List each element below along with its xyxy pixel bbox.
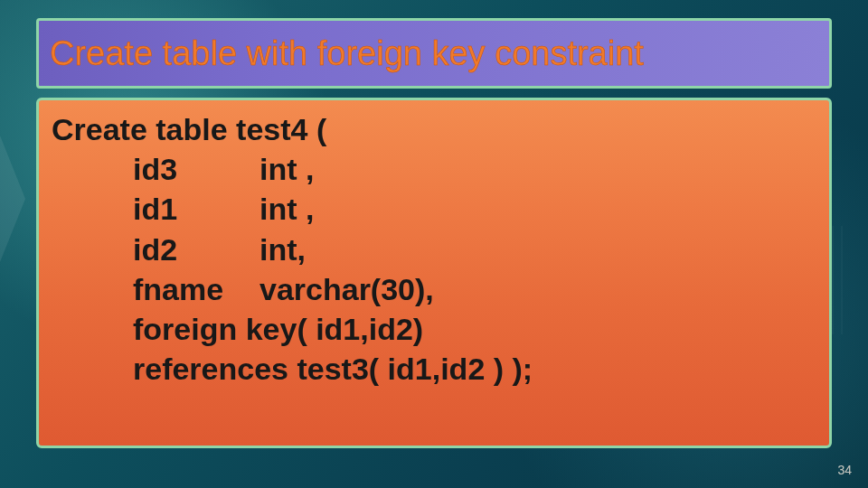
code-line-4: id2int,: [52, 230, 816, 269]
references-line: references test3( id1,id2 ) );: [133, 352, 533, 386]
slide-title: Create table with foreign key constraint: [50, 34, 644, 73]
code-block: Create table test4 ( id3int , id1int , i…: [36, 98, 832, 448]
col-id2-type: int,: [259, 232, 306, 267]
code-line-1: Create table test4 (: [52, 109, 816, 149]
col-fname: fname: [133, 269, 259, 309]
fk-line: foreign key( id1,id2): [133, 312, 423, 346]
code-line-2: id3int ,: [52, 149, 816, 189]
col-id3-type: int ,: [259, 152, 314, 186]
code-line-3: id1int ,: [52, 189, 816, 229]
decorative-triangle: [0, 136, 25, 262]
code-line-6: foreign key( id1,id2): [52, 309, 816, 349]
code-text: Create table test4 (: [52, 112, 326, 146]
page-number: 34: [837, 463, 852, 477]
col-fname-type: varchar(30),: [259, 272, 434, 306]
code-line-5: fnamevarchar(30),: [52, 269, 816, 309]
col-id1: id1: [133, 189, 259, 229]
slide-title-band: Create table with foreign key constraint: [36, 18, 832, 89]
col-id1-type: int ,: [259, 192, 314, 226]
code-line-7: references test3( id1,id2 ) );: [52, 349, 816, 389]
col-id3: id3: [133, 149, 259, 189]
col-id2: id2: [133, 230, 259, 269]
